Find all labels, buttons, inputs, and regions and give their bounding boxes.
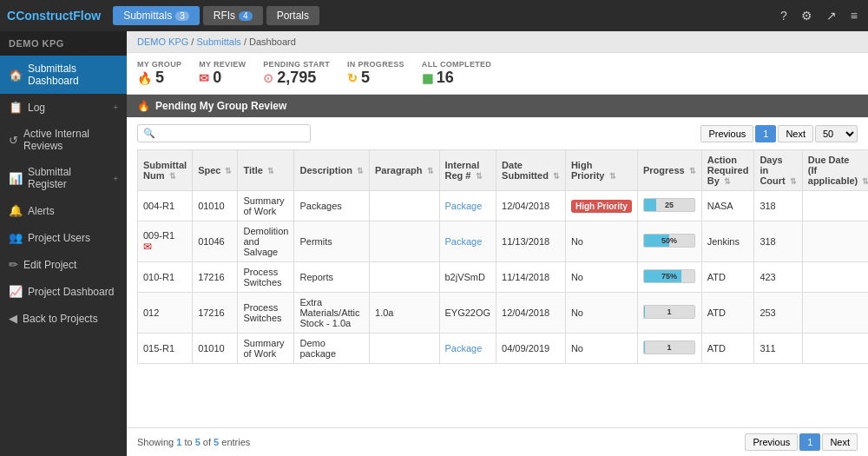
cell-high-priority: No: [565, 221, 637, 262]
section-header: 🔥 Pending My Group Review: [127, 95, 868, 117]
stat-my-group: MY GROUP 🔥 5: [137, 60, 181, 87]
prev-page-button-bottom[interactable]: Previous: [745, 433, 798, 451]
sidebar: DEMO KPG 🏠 Submittals Dashboard 📋 Log + …: [0, 31, 127, 456]
fire-icon: 🔥: [137, 71, 152, 85]
cell-description: Reports: [294, 262, 370, 293]
nav-right: ? ⚙ ↗ ≡: [777, 7, 861, 24]
sidebar-item-project-users[interactable]: 👥 Project Users: [0, 224, 127, 251]
stat-my-group-number: 5: [155, 69, 164, 87]
cell-paragraph: [370, 221, 439, 262]
sidebar-item-project-users-label: Project Users: [28, 232, 90, 244]
sidebar-item-project-dashboard-label: Project Dashboard: [28, 286, 114, 298]
col-header-paragraph[interactable]: Paragraph ⇅: [370, 150, 439, 191]
col-header-due-date[interactable]: Due Date(Ifapplicable) ⇅: [802, 150, 868, 191]
cell-action-required-by: ATD: [701, 293, 754, 334]
nav-tab-rfis-label: RFIs: [214, 10, 235, 22]
sidebar-item-active-internal-reviews[interactable]: ↺ Active Internal Reviews: [0, 121, 127, 159]
log-icon: 📋: [9, 101, 23, 114]
breadcrumb-submittals[interactable]: Submittals: [196, 36, 240, 47]
internal-reg-link[interactable]: Package: [445, 343, 483, 354]
alert-icon: 🔔: [9, 204, 23, 217]
stat-my-review-number: 0: [213, 69, 221, 87]
breadcrumb-demo-kpg[interactable]: DEMO KPG: [137, 36, 188, 47]
next-page-button[interactable]: Next: [778, 125, 813, 142]
sidebar-item-log[interactable]: 📋 Log +: [0, 94, 127, 121]
col-header-internal-reg[interactable]: InternalReg # ⇅: [439, 150, 496, 191]
cell-due-date: [802, 293, 868, 334]
help-icon[interactable]: ?: [777, 7, 791, 24]
sidebar-item-submittals-dashboard-label: Submittals Dashboard: [28, 63, 118, 87]
cell-days-in-court: 423: [754, 262, 802, 293]
cell-high-priority: No: [565, 293, 637, 334]
col-header-description[interactable]: Description ⇅: [294, 150, 370, 191]
col-header-days-in-court[interactable]: DaysinCourt ⇅: [754, 150, 802, 191]
breadcrumb-dashboard: Dashboard: [249, 36, 296, 47]
search-box[interactable]: 🔍: [137, 124, 311, 142]
col-header-progress[interactable]: Progress ⇅: [637, 150, 701, 191]
nav-tab-submittals[interactable]: Submittals 3: [113, 6, 200, 25]
gear-icon[interactable]: ⚙: [798, 7, 816, 24]
internal-reg-link[interactable]: Package: [445, 236, 483, 247]
high-priority-badge: High Priority: [571, 200, 632, 213]
sidebar-item-edit-project[interactable]: ✏ Edit Project: [0, 251, 127, 278]
table-row: 009-R1✉ 01046 Demolition and Salvage Per…: [138, 221, 869, 262]
cell-high-priority: No: [565, 334, 637, 364]
in-progress-icon: ↻: [347, 71, 358, 85]
col-header-spec[interactable]: Spec ⇅: [193, 150, 238, 191]
nav-tab-rfis[interactable]: RFIs 4: [203, 6, 263, 25]
cell-days-in-court: 318: [754, 191, 802, 221]
internal-reg-link[interactable]: Package: [445, 201, 483, 211]
cell-description: Extra Materials/Attic Stock - 1.0a: [294, 293, 370, 334]
nav-tab-submittals-label: Submittals: [123, 10, 172, 22]
cell-description: Permits: [294, 221, 370, 262]
sidebar-item-back-to-projects[interactable]: ◀ Back to Projects: [0, 305, 127, 332]
stat-my-review: MY REVIEW ✉ 0: [199, 60, 246, 87]
cell-paragraph: 1.0a: [370, 293, 439, 334]
dashboard-icon: 📈: [9, 285, 23, 298]
col-header-date-submitted[interactable]: DateSubmitted ⇅: [496, 150, 566, 191]
cell-paragraph: [370, 262, 439, 293]
next-page-button-bottom[interactable]: Next: [822, 433, 858, 451]
cell-spec: 01010: [193, 334, 238, 364]
sidebar-item-submittal-register[interactable]: 📊 Submittal Register +: [0, 159, 127, 197]
stat-in-progress-label: IN PROGRESS: [347, 60, 404, 69]
stat-pending-start-number: 2,795: [277, 69, 316, 87]
high-priority-value: No: [571, 272, 583, 282]
nav-tab-portals[interactable]: Portals: [266, 6, 319, 25]
col-header-submittal-num[interactable]: SubmittalNum ⇅: [138, 150, 193, 191]
high-priority-value: No: [571, 307, 583, 318]
page-size-select[interactable]: 50 25 100: [815, 125, 858, 142]
page-1-button[interactable]: 1: [755, 125, 776, 142]
cell-action-required-by: Jenkins: [701, 221, 754, 262]
col-header-high-priority[interactable]: HighPriority ⇅: [565, 150, 637, 191]
sidebar-item-alerts[interactable]: 🔔 Alerts: [0, 197, 127, 224]
app-logo: CConstructFlow: [7, 9, 101, 23]
cell-submittal-num: 009-R1✉: [138, 221, 193, 262]
col-header-action-required-by[interactable]: ActionRequiredBy ⇅: [701, 150, 754, 191]
email-icon: ✉: [199, 71, 209, 85]
cell-progress: 1: [637, 293, 701, 334]
edit-icon: ✏: [9, 258, 18, 271]
cell-due-date: [802, 262, 868, 293]
table-row: 012 17216 Process Switches Extra Materia…: [138, 293, 869, 334]
cell-progress: 75%: [637, 262, 701, 293]
search-input[interactable]: [155, 129, 303, 139]
clock-icon: ⊙: [263, 71, 273, 85]
cell-high-priority: High Priority: [565, 191, 637, 221]
cell-submittal-num: 015-R1: [138, 334, 193, 364]
sidebar-item-submittals-dashboard[interactable]: 🏠 Submittals Dashboard: [0, 56, 127, 94]
internal-reg-value: EYG22OG: [445, 307, 491, 318]
col-header-title[interactable]: Title ⇅: [238, 150, 294, 191]
table-area: 🔍 Previous 1 Next 50 25 100: [127, 117, 868, 427]
expand-icon: +: [113, 102, 118, 112]
grid-icon: ▦: [422, 71, 433, 85]
prev-page-button[interactable]: Previous: [700, 125, 753, 142]
menu-icon[interactable]: ≡: [847, 7, 861, 24]
external-link-icon[interactable]: ↗: [823, 7, 840, 24]
sidebar-item-project-dashboard[interactable]: 📈 Project Dashboard: [0, 278, 127, 305]
cell-progress: 50%: [637, 221, 701, 262]
cell-due-date: [802, 191, 868, 221]
page-1-button-bottom[interactable]: 1: [799, 433, 820, 451]
section-fire-icon: 🔥: [137, 100, 150, 112]
cell-internal-reg: Package: [439, 191, 496, 221]
